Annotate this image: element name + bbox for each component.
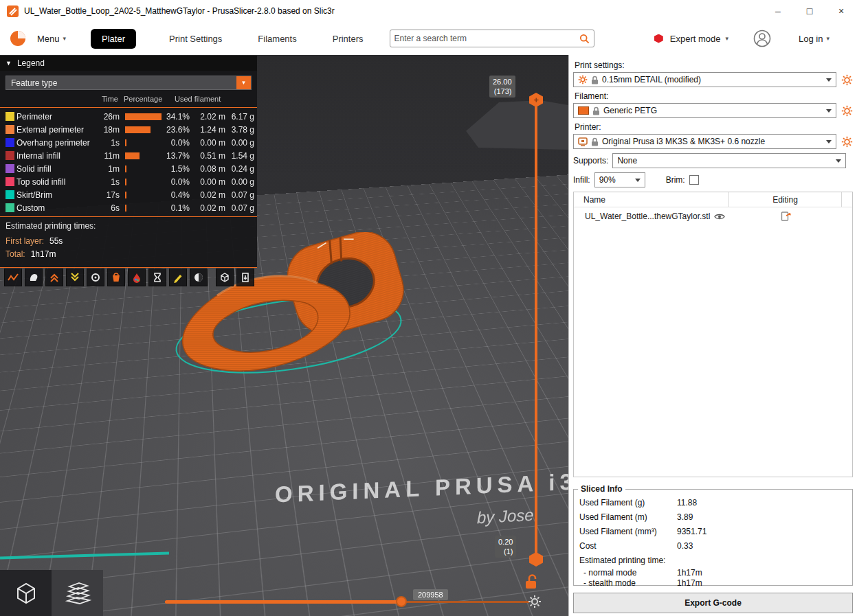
percentage-bar [125,113,162,120]
filament-combo[interactable]: Generic PETG [573,103,836,118]
app-logo-icon [7,5,19,17]
times-title: Estimated printing times: [5,221,252,231]
tool-marker-icon[interactable] [216,269,234,286]
search-input[interactable] [394,34,579,43]
settings-panel: Print settings: 0.15mm DETAIL (modified)… [568,55,857,616]
layer-height-value: 26.00 [493,77,512,87]
pause-prints-icon[interactable] [148,269,166,286]
infill-combo[interactable]: 90% [594,172,645,187]
preview-settings-gear-icon[interactable] [528,595,542,608]
tab-filaments[interactable]: Filaments [255,30,299,48]
object-name: UL_Water_Bottle...thewGTaylor.stl [585,212,710,221]
dropdown-arrow-icon[interactable]: ▼ [236,76,251,89]
close-button[interactable]: × [825,0,857,22]
object-list: Name Editing UL_Water_Bottle...thewGTayl… [573,192,853,477]
brim-label: Brim: [666,175,685,185]
export-gcode-button[interactable]: Export G-code [573,593,853,613]
printer-label: Printer: [575,122,852,132]
feature-label: Custom [16,203,95,213]
feature-label: Overhang perimeter [16,138,95,148]
mode-dropdown[interactable]: Expert mode ▾ [670,34,728,44]
object-list-header: Name Editing [574,192,852,207]
col-used-filament: Used filament [169,95,253,103]
filament-gear-button[interactable] [841,104,853,117]
feature-length: 0.51 m [192,151,228,161]
layer-slider-track[interactable] [535,100,537,559]
object-row[interactable]: UL_Water_Bottle...thewGTaylor.stl [574,207,852,225]
print-settings-label: Print settings: [575,60,852,70]
legend-header[interactable]: ▼ Legend [0,56,257,71]
toolbar-right-cluster: Expert mode ▾ Log in ▾ [654,30,847,47]
minimize-button[interactable]: – [762,0,794,22]
login-dropdown[interactable]: Log in ▾ [799,34,830,44]
print-settings-combo[interactable]: 0.15mm DETAIL (modified) [573,72,836,87]
col-percentage: Percentage [118,95,169,103]
menu-dropdown[interactable]: Menu ▾ [37,34,66,44]
sliced-info-box: Sliced Info Used Filament (g) 11.88 Used… [573,484,853,586]
supports-combo[interactable]: None [612,153,846,168]
printer-gear-button[interactable] [841,135,853,148]
info-value: 1h17m [677,568,852,578]
layer-number: (1) [498,547,513,556]
legend-toggle-icon[interactable] [236,269,254,286]
window-controls: – □ × [762,0,857,22]
chevron-down-icon: ▾ [726,35,729,42]
feature-length: 1.24 m [192,125,228,135]
printer-combo[interactable]: Original Prusa i3 MK3S & MK3S+ 0.6 nozzl… [573,134,836,149]
legend-separator [0,216,257,217]
sliced-info-row: Estimated printing time: [574,553,852,567]
feature-time: 1s [95,177,120,187]
tool-changes-icon[interactable] [107,269,125,286]
tab-printers[interactable]: Printers [330,30,366,48]
maximize-button[interactable]: □ [794,0,825,22]
info-label: - normal mode [579,568,677,578]
feature-time: 17s [95,190,120,200]
eye-icon[interactable] [714,213,725,220]
editor-view-button[interactable] [0,570,52,616]
infill-value: 90% [599,175,632,185]
legend-row-perimeter: Perimeter 26m 34.1% 2.02 m 6.17 g [0,110,257,123]
info-label: Used Filament (mm³) [579,527,677,536]
view-type-select[interactable]: Feature type ▼ [5,76,252,90]
custom-gcode-icon[interactable] [169,269,187,286]
search-icon[interactable] [579,34,590,44]
feature-color-swatch [5,138,14,147]
view-switch-buttons [0,570,103,616]
legend-row-overhang-perimeter: Overhang perimeter 1s 0.0% 0.00 m 0.00 g [0,136,257,149]
wipe-icon[interactable] [25,269,43,286]
preview-view-button[interactable] [52,570,103,616]
tab-print-settings[interactable]: Print Settings [166,30,225,48]
color-changes-icon[interactable] [128,269,146,286]
sliced-info-row: Cost 0.33 [574,538,852,553]
sliced-preview-icon [64,581,91,606]
edit-object-icon[interactable] [781,211,791,222]
unlock-icon[interactable] [524,573,540,591]
feature-weight: 0.00 g [228,177,257,187]
layer-height-value: 0.20 [498,537,513,547]
tab-plater[interactable]: Plater [91,29,136,49]
deretractions-icon[interactable] [66,269,84,286]
legend-separator [0,107,257,108]
move-slider-handle[interactable] [396,596,407,607]
brim-checkbox[interactable] [689,175,699,185]
feature-length: 0.08 m [192,164,228,174]
col-editing: Editing [729,192,842,207]
retractions-icon[interactable] [45,269,63,286]
feature-weight: 0.07 g [228,203,257,213]
info-label: Cost [579,541,677,551]
feature-percent: 13.7% [162,151,192,161]
3d-viewport[interactable]: ORIGINAL PRUSA i3 by Jose [0,55,568,616]
first-layer-label: First layer: [5,236,44,246]
info-label: Used Filament (m) [579,512,677,522]
print-settings-gear-button[interactable] [841,73,853,86]
percentage-bar [125,139,126,146]
seams-icon[interactable] [87,269,104,286]
combo-arrow-icon [826,78,832,82]
chevron-down-icon: ▾ [826,35,830,42]
legend-row-solid-infill: Solid infill 1m 1.5% 0.08 m 0.24 g [0,162,257,175]
lock-icon [592,106,600,115]
shells-icon[interactable] [190,269,208,286]
travels-icon[interactable] [4,269,22,286]
account-icon[interactable] [753,30,771,47]
feature-percent: 23.6% [162,125,192,135]
